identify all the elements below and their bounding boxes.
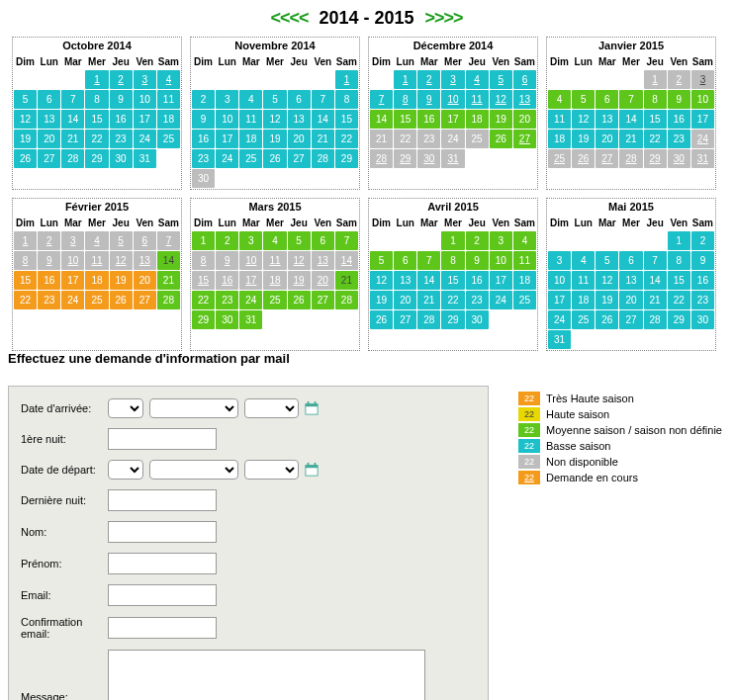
- day-cell[interactable]: 8: [441, 251, 464, 270]
- day-cell[interactable]: 2: [466, 231, 489, 250]
- day-cell[interactable]: 4: [263, 231, 286, 250]
- day-cell[interactable]: 4: [239, 90, 262, 109]
- day-cell[interactable]: 15: [668, 271, 690, 290]
- day-cell[interactable]: 17: [548, 291, 571, 309]
- day-cell[interactable]: 7: [61, 90, 84, 109]
- day-cell[interactable]: 17: [61, 271, 84, 290]
- day-cell[interactable]: 23: [38, 291, 60, 309]
- day-cell[interactable]: 22: [85, 130, 108, 148]
- day-cell[interactable]: 23: [216, 291, 238, 309]
- day-cell[interactable]: 9: [417, 90, 440, 109]
- day-cell[interactable]: 3: [691, 70, 714, 89]
- day-cell[interactable]: 5: [263, 90, 286, 109]
- day-cell[interactable]: 13: [38, 110, 60, 129]
- day-cell[interactable]: 1: [14, 231, 37, 250]
- day-cell[interactable]: 21: [312, 130, 334, 148]
- day-cell[interactable]: 23: [691, 291, 714, 309]
- email-input[interactable]: [108, 584, 217, 606]
- day-cell[interactable]: 29: [644, 149, 667, 168]
- day-cell[interactable]: 25: [548, 149, 571, 168]
- day-cell[interactable]: 8: [192, 251, 215, 270]
- day-cell[interactable]: 24: [548, 310, 571, 329]
- day-cell[interactable]: 24: [691, 130, 714, 148]
- day-cell[interactable]: 14: [157, 251, 180, 270]
- day-cell[interactable]: 23: [417, 130, 440, 148]
- day-cell[interactable]: 25: [85, 291, 108, 309]
- day-cell[interactable]: 17: [691, 110, 714, 129]
- day-cell[interactable]: 27: [596, 149, 618, 168]
- day-cell[interactable]: 13: [619, 271, 642, 290]
- day-cell[interactable]: 26: [288, 291, 311, 309]
- day-cell[interactable]: 11: [548, 110, 571, 129]
- day-cell[interactable]: 17: [216, 130, 238, 148]
- day-cell[interactable]: 9: [691, 251, 714, 270]
- day-cell[interactable]: 13: [288, 110, 311, 129]
- day-cell[interactable]: 10: [490, 251, 512, 270]
- day-cell[interactable]: 30: [691, 310, 714, 329]
- day-cell[interactable]: 6: [394, 251, 416, 270]
- day-cell[interactable]: 6: [312, 231, 334, 250]
- day-cell[interactable]: 1: [668, 231, 690, 250]
- day-cell[interactable]: 30: [668, 149, 690, 168]
- day-cell[interactable]: 7: [417, 251, 440, 270]
- day-cell[interactable]: 30: [417, 149, 440, 168]
- day-cell[interactable]: 18: [513, 271, 536, 290]
- day-cell[interactable]: 1: [335, 70, 358, 89]
- day-cell[interactable]: 1: [644, 70, 667, 89]
- day-cell[interactable]: 13: [134, 251, 156, 270]
- day-cell[interactable]: 19: [572, 130, 595, 148]
- day-cell[interactable]: 20: [312, 271, 334, 290]
- day-cell[interactable]: 20: [513, 110, 536, 129]
- day-cell[interactable]: 18: [85, 271, 108, 290]
- day-cell[interactable]: 23: [466, 291, 489, 309]
- day-cell[interactable]: 27: [312, 291, 334, 309]
- day-cell[interactable]: 5: [490, 70, 512, 89]
- day-cell[interactable]: 26: [572, 149, 595, 168]
- day-cell[interactable]: 2: [192, 90, 215, 109]
- day-cell[interactable]: 21: [619, 130, 642, 148]
- day-cell[interactable]: 8: [668, 251, 690, 270]
- arrive-month-select[interactable]: [149, 398, 238, 418]
- day-cell[interactable]: 16: [192, 130, 215, 148]
- day-cell[interactable]: 20: [596, 130, 618, 148]
- day-cell[interactable]: 5: [14, 90, 37, 109]
- day-cell[interactable]: 10: [691, 90, 714, 109]
- day-cell[interactable]: 26: [596, 310, 618, 329]
- day-cell[interactable]: 2: [417, 70, 440, 89]
- day-cell[interactable]: 16: [668, 110, 690, 129]
- day-cell[interactable]: 22: [668, 291, 690, 309]
- day-cell[interactable]: 10: [441, 90, 464, 109]
- day-cell[interactable]: 4: [157, 70, 180, 89]
- calendar-icon[interactable]: [305, 401, 319, 415]
- arrive-day-select[interactable]: [108, 398, 143, 418]
- day-cell[interactable]: 25: [572, 310, 595, 329]
- day-cell[interactable]: 14: [61, 110, 84, 129]
- day-cell[interactable]: 1: [85, 70, 108, 89]
- day-cell[interactable]: 3: [134, 70, 156, 89]
- day-cell[interactable]: 27: [134, 291, 156, 309]
- first-night-input[interactable]: [108, 428, 217, 450]
- day-cell[interactable]: 16: [38, 271, 60, 290]
- day-cell[interactable]: 22: [644, 130, 667, 148]
- confirm-email-input[interactable]: [108, 617, 217, 639]
- day-cell[interactable]: 29: [394, 149, 416, 168]
- day-cell[interactable]: 4: [85, 231, 108, 250]
- day-cell[interactable]: 14: [619, 110, 642, 129]
- day-cell[interactable]: 28: [61, 149, 84, 168]
- day-cell[interactable]: 27: [288, 149, 311, 168]
- day-cell[interactable]: 2: [691, 231, 714, 250]
- day-cell[interactable]: 27: [394, 310, 416, 329]
- day-cell[interactable]: 7: [335, 231, 358, 250]
- day-cell[interactable]: 15: [335, 110, 358, 129]
- day-cell[interactable]: 1: [441, 231, 464, 250]
- day-cell[interactable]: 21: [417, 291, 440, 309]
- day-cell[interactable]: 3: [441, 70, 464, 89]
- day-cell[interactable]: 12: [263, 110, 286, 129]
- day-cell[interactable]: 7: [157, 231, 180, 250]
- day-cell[interactable]: 18: [466, 110, 489, 129]
- day-cell[interactable]: 12: [572, 110, 595, 129]
- day-cell[interactable]: 10: [548, 271, 571, 290]
- day-cell[interactable]: 10: [134, 90, 156, 109]
- day-cell[interactable]: 29: [668, 310, 690, 329]
- day-cell[interactable]: 2: [216, 231, 238, 250]
